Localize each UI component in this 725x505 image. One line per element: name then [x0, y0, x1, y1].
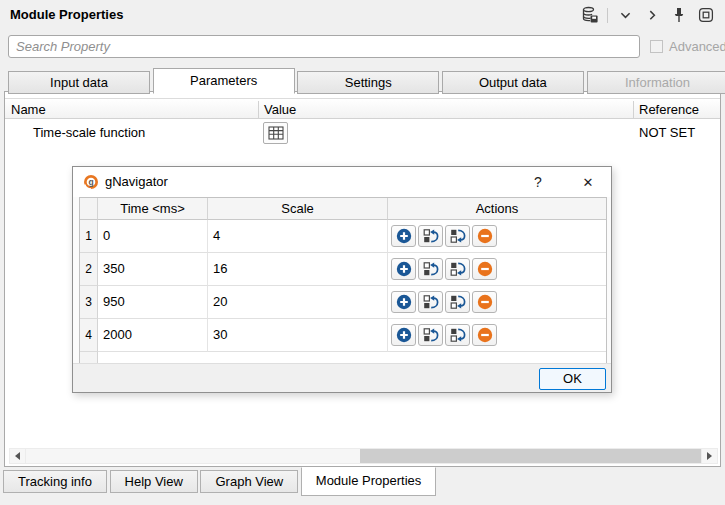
- row-number: 4: [80, 319, 98, 352]
- actions-cell: [388, 319, 606, 352]
- move-row-up-icon[interactable]: [418, 291, 443, 313]
- column-header-value: Value: [264, 101, 296, 118]
- scale-cell[interactable]: 30: [208, 319, 388, 352]
- panel-header-toolbar: [580, 5, 716, 25]
- move-row-down-icon[interactable]: [445, 225, 470, 247]
- table-row: 1 0 4: [80, 220, 606, 253]
- move-row-down-icon[interactable]: [445, 291, 470, 313]
- row-number: 1: [80, 220, 98, 253]
- remove-row-icon[interactable]: [472, 324, 497, 346]
- add-row-icon[interactable]: [391, 258, 416, 280]
- dialog-button-bar: OK: [73, 363, 611, 392]
- advanced-checkbox-label: Advanced: [669, 39, 725, 54]
- property-tab-bar: Input data Parameters Settings Output da…: [8, 68, 725, 92]
- dialog-close-icon[interactable]: ✕: [571, 167, 605, 197]
- actions-cell: [388, 220, 606, 253]
- gnavigator-dialog: g gNavigator ? ✕ Time <ms> Scale Actions…: [72, 166, 612, 393]
- timescale-table: Time <ms> Scale Actions 1 0 4 2 350 16: [79, 197, 607, 365]
- pin-icon[interactable]: [669, 5, 689, 25]
- actions-cell: [388, 286, 606, 319]
- advanced-checkbox[interactable]: [650, 40, 663, 53]
- table-row: 2 350 16: [80, 253, 606, 286]
- scrollbar-thumb[interactable]: [360, 449, 703, 463]
- svg-text:g: g: [88, 177, 93, 187]
- dialog-titlebar[interactable]: g gNavigator ? ✕: [73, 167, 611, 197]
- column-header-name: Name: [11, 101, 46, 118]
- dock-tab-bar: Tracking info Help View Graph View Modul…: [3, 467, 436, 497]
- move-row-down-icon[interactable]: [445, 258, 470, 280]
- remove-row-icon[interactable]: [472, 258, 497, 280]
- remove-row-icon[interactable]: [472, 225, 497, 247]
- search-input[interactable]: [8, 35, 640, 58]
- time-cell[interactable]: 2000: [98, 319, 208, 352]
- chevron-right-icon[interactable]: [642, 5, 662, 25]
- scroll-left-button[interactable]: [10, 449, 26, 463]
- tab-tracking-info[interactable]: Tracking info: [3, 470, 107, 493]
- property-table-header: Name Value Reference: [5, 98, 720, 119]
- table-row: 4 2000 30: [80, 319, 606, 352]
- property-reference: NOT SET: [639, 125, 695, 140]
- time-cell[interactable]: 950: [98, 286, 208, 319]
- scale-cell[interactable]: 20: [208, 286, 388, 319]
- float-window-icon[interactable]: [696, 5, 716, 25]
- column-header-actions: Actions: [388, 198, 606, 220]
- dialog-help-button[interactable]: ?: [521, 167, 555, 197]
- tab-settings[interactable]: Settings: [297, 71, 439, 94]
- add-row-icon[interactable]: [391, 324, 416, 346]
- tab-output-data[interactable]: Output data: [442, 71, 584, 94]
- property-name: Time-scale function: [33, 125, 145, 140]
- column-header-time: Time <ms>: [98, 198, 208, 220]
- column-header-reference: Reference: [639, 101, 699, 118]
- database-save-icon[interactable]: [580, 5, 600, 25]
- tab-parameters[interactable]: Parameters: [153, 68, 295, 94]
- column-header-scale: Scale: [208, 198, 388, 220]
- tab-module-properties[interactable]: Module Properties: [301, 467, 437, 496]
- scale-cell[interactable]: 4: [208, 220, 388, 253]
- remove-row-icon[interactable]: [472, 291, 497, 313]
- horizontal-scrollbar[interactable]: [9, 448, 718, 464]
- add-row-icon[interactable]: [391, 291, 416, 313]
- actions-cell: [388, 253, 606, 286]
- tab-input-data[interactable]: Input data: [8, 71, 150, 94]
- move-row-down-icon[interactable]: [445, 324, 470, 346]
- ok-button[interactable]: OK: [539, 368, 606, 390]
- move-row-up-icon[interactable]: [418, 225, 443, 247]
- move-row-up-icon[interactable]: [418, 324, 443, 346]
- tab-help-view[interactable]: Help View: [110, 470, 198, 493]
- row-number: 2: [80, 253, 98, 286]
- gtec-logo-icon: g: [83, 174, 99, 190]
- tab-graph-view[interactable]: Graph View: [200, 470, 298, 493]
- timescale-table-header: Time <ms> Scale Actions: [80, 198, 606, 220]
- page-title: Module Properties: [10, 7, 123, 22]
- dialog-title: gNavigator: [105, 174, 168, 189]
- table-row: 3 950 20: [80, 286, 606, 319]
- toolbar-separator: [607, 8, 608, 23]
- table-grid-icon[interactable]: [263, 122, 288, 144]
- scroll-right-button[interactable]: [701, 449, 717, 463]
- tab-information: Information: [587, 71, 725, 94]
- chevron-down-icon[interactable]: [615, 5, 635, 25]
- scale-cell[interactable]: 16: [208, 253, 388, 286]
- move-row-up-icon[interactable]: [418, 258, 443, 280]
- row-number: 3: [80, 286, 98, 319]
- time-cell[interactable]: 0: [98, 220, 208, 253]
- time-cell[interactable]: 350: [98, 253, 208, 286]
- add-row-icon[interactable]: [391, 225, 416, 247]
